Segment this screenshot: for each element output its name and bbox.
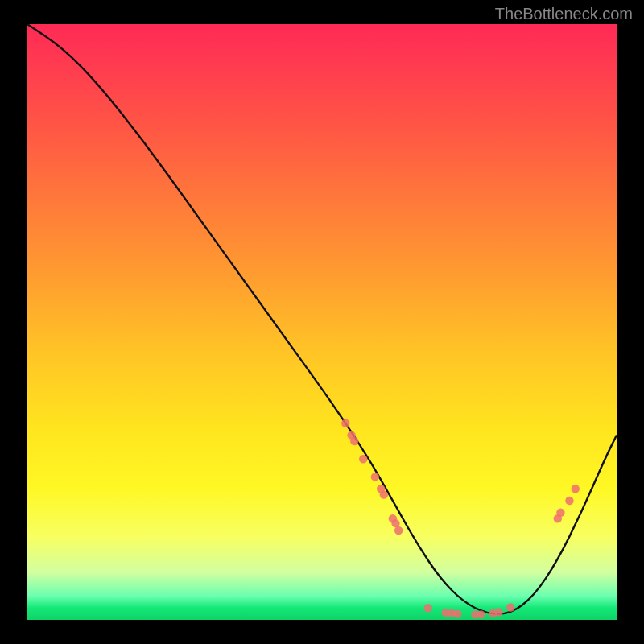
watermark-text: TheBottleneck.com <box>495 5 633 23</box>
chart-markers <box>341 419 580 619</box>
chart-marker <box>572 485 580 493</box>
chart-marker <box>565 497 573 505</box>
chart-svg <box>27 24 617 620</box>
chart-marker <box>506 603 514 611</box>
chart-marker <box>350 437 358 445</box>
chart-marker <box>341 419 349 427</box>
chart-marker <box>394 526 402 535</box>
chart-marker <box>391 519 399 527</box>
chart-marker <box>371 473 379 481</box>
chart-curve <box>27 24 617 614</box>
chart-marker <box>380 490 388 498</box>
chart-marker <box>424 604 432 612</box>
chart-marker <box>556 509 564 517</box>
chart-marker <box>494 608 502 616</box>
chart-plot-area <box>27 24 617 620</box>
chart-marker <box>359 455 367 463</box>
chart-marker <box>477 610 485 618</box>
chart-marker <box>453 609 461 617</box>
